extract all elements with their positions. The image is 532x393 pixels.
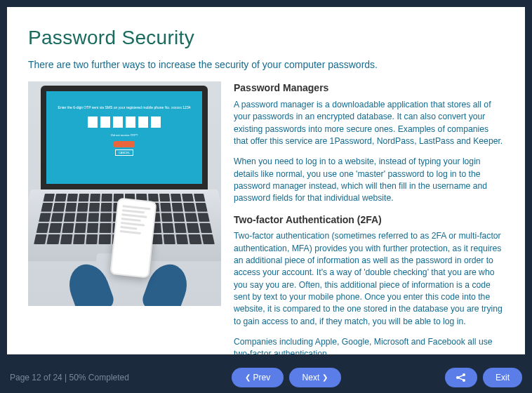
otp-cancel-link: CANCEL (115, 149, 133, 156)
otp-resend-text: Did not receive OTP? (111, 133, 138, 137)
2fa-heading: Two-factor Authentication (2FA) (234, 213, 504, 227)
content-panel: Password Security There are two further … (7, 7, 525, 354)
prev-button[interactable]: ❮ Prev (232, 368, 284, 387)
next-button[interactable]: Next ❯ (289, 368, 341, 387)
otp-submit-button (114, 141, 135, 147)
page-title: Password Security (28, 27, 504, 49)
2fa-para-1: Two-factor authentication (sometimes ref… (234, 230, 504, 328)
share-button[interactable] (445, 368, 477, 387)
password-managers-para-1: A password manager is a downloadable app… (234, 99, 504, 147)
exit-label: Exit (496, 373, 510, 382)
laptop-2fa-illustration: Enter the 6-digit OTP sent via SMS on yo… (28, 81, 221, 306)
chevron-left-icon: ❮ (245, 373, 251, 381)
chevron-right-icon: ❯ (322, 373, 328, 381)
otp-prompt-text: Enter the 6-digit OTP sent via SMS on yo… (58, 105, 191, 109)
intro-text: There are two further ways to increase t… (28, 59, 504, 70)
text-column: Password Managers A password manager is … (234, 81, 504, 354)
password-managers-para-2: When you need to log in to a website, in… (234, 156, 504, 204)
footer-bar: Page 12 of 24 | 50% Completed ❮ Prev Nex… (0, 361, 532, 393)
exit-button[interactable]: Exit (483, 368, 522, 387)
main-layout: Enter the 6-digit OTP sent via SMS on yo… (28, 81, 504, 354)
2fa-para-2: Companies including Apple, Google, Micro… (234, 336, 504, 354)
image-column: Enter the 6-digit OTP sent via SMS on yo… (28, 81, 221, 354)
prev-label: Prev (253, 373, 271, 382)
next-label: Next (302, 373, 320, 382)
password-managers-heading: Password Managers (234, 81, 504, 95)
share-icon (455, 373, 467, 382)
page-status: Page 12 of 24 | 50% Completed (10, 373, 129, 382)
